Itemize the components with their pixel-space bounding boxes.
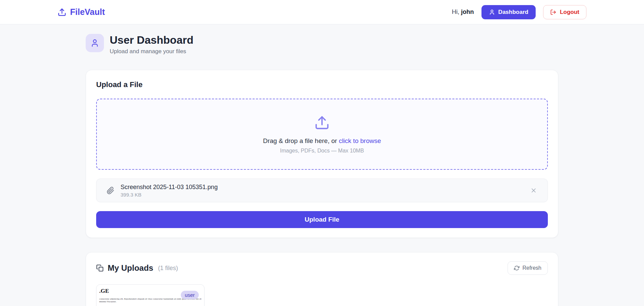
page-header: User Dashboard Upload and manage your fi… xyxy=(86,34,558,55)
remove-file-button[interactable] xyxy=(529,185,539,196)
brand-logo[interactable]: FileVault xyxy=(58,7,105,17)
my-uploads-card: My Uploads (1 files) Refresh .GE cons xyxy=(86,252,558,306)
paperclip-icon xyxy=(107,187,114,195)
brand-name: FileVault xyxy=(70,7,105,17)
files-copy-icon xyxy=(96,264,104,272)
my-uploads-title: My Uploads xyxy=(108,263,153,273)
greeting-prefix: Hi, xyxy=(452,8,459,15)
page-title: User Dashboard xyxy=(110,34,193,46)
main-content: User Dashboard Upload and manage your fi… xyxy=(86,24,558,306)
owner-badge: user xyxy=(181,291,199,299)
logout-button-label: Logout xyxy=(560,9,579,16)
file-dropzone[interactable]: Drag & drop a file here, or click to bro… xyxy=(96,99,548,170)
upload-card: Upload a File Drag & drop a file here, o… xyxy=(86,70,558,238)
selected-file-meta: Screenshot 2025-11-03 105351.png 399.3 K… xyxy=(121,184,218,198)
refresh-button[interactable]: Refresh xyxy=(508,261,548,275)
selected-file-name: Screenshot 2025-11-03 105351.png xyxy=(121,184,218,191)
logout-icon xyxy=(550,9,556,15)
user-icon xyxy=(489,9,495,15)
refresh-button-label: Refresh xyxy=(522,265,541,271)
dropzone-hint: Images, PDFs, Docs — Max 10MB xyxy=(280,148,364,154)
selected-file-row: Screenshot 2025-11-03 105351.png 399.3 K… xyxy=(96,179,548,202)
logout-button[interactable]: Logout xyxy=(543,5,586,19)
my-uploads-header: My Uploads (1 files) Refresh xyxy=(96,261,548,275)
selected-file-size: 399.3 KB xyxy=(121,192,218,198)
close-icon xyxy=(530,187,537,194)
upload-tray-icon xyxy=(58,8,66,17)
upload-tray-icon xyxy=(314,115,330,130)
upload-item-card[interactable]: .GE consectetur adipisicing elit. Repreh… xyxy=(96,284,205,306)
dashboard-button[interactable]: Dashboard xyxy=(481,5,536,19)
page-subtitle: Upload and manage your files xyxy=(110,48,193,55)
user-icon xyxy=(90,39,99,47)
greeting-username: john xyxy=(461,8,474,15)
upload-card-title: Upload a File xyxy=(96,80,548,89)
header-actions: Hi, john Dashboard Logout xyxy=(452,5,586,19)
dashboard-button-label: Dashboard xyxy=(498,9,529,16)
upload-file-button[interactable]: Upload File xyxy=(96,211,548,228)
dropzone-prompt-text: Drag & drop a file here, or xyxy=(263,137,337,144)
refresh-icon xyxy=(514,265,519,271)
browse-link[interactable]: click to browse xyxy=(339,137,381,144)
header: FileVault Hi, john Dashboard xyxy=(0,0,644,24)
uploads-grid: .GE consectetur adipisicing elit. Repreh… xyxy=(96,284,548,306)
avatar xyxy=(86,34,104,52)
dropzone-prompt: Drag & drop a file here, or click to bro… xyxy=(263,137,381,145)
user-greeting: Hi, john xyxy=(452,8,474,16)
uploads-count: (1 files) xyxy=(158,265,178,272)
